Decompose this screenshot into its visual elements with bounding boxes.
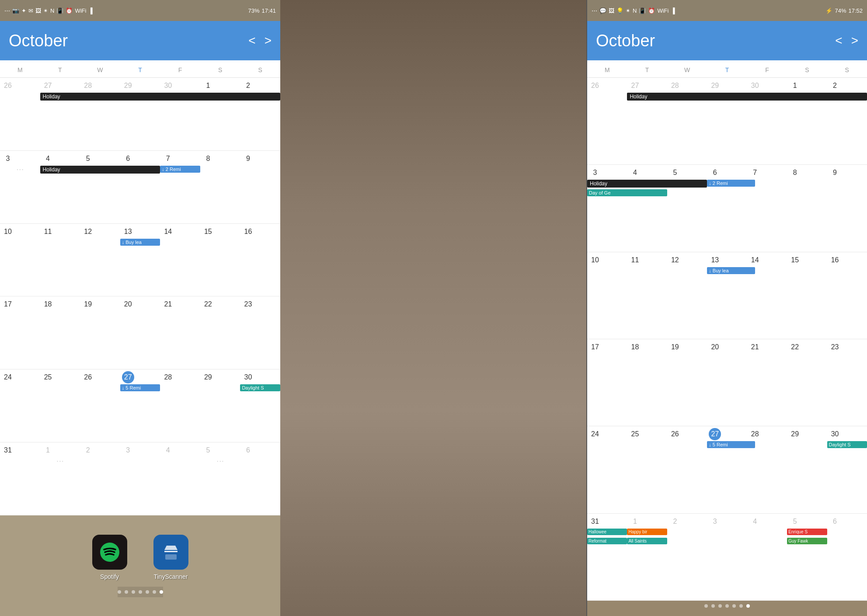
next-month-right[interactable]: >: [851, 34, 858, 48]
day-29b-r[interactable]: 29: [787, 426, 827, 513]
prev-month-left[interactable]: <: [248, 34, 255, 48]
day-6-l[interactable]: 6: [120, 151, 160, 223]
event-holiday-w2-r[interactable]: Holiday: [587, 180, 707, 188]
day-14-l[interactable]: 14: [160, 224, 200, 296]
event-dayofge-r[interactable]: Day of Ge: [587, 189, 667, 196]
day-5nov-l[interactable]: 5 ···: [200, 442, 240, 515]
dot-1-l[interactable]: [118, 590, 121, 594]
day-26-l[interactable]: 26: [0, 78, 40, 150]
day-28-r[interactable]: 28: [667, 78, 707, 164]
prev-month-right[interactable]: <: [835, 34, 842, 48]
day-2oct-l[interactable]: 2: [240, 78, 280, 150]
day-1oct-r[interactable]: 1: [787, 78, 827, 164]
day-16-r[interactable]: 16: [827, 252, 867, 339]
day-4nov-r[interactable]: 4: [747, 514, 787, 600]
day-19-r[interactable]: 19: [667, 339, 707, 426]
day-3-r[interactable]: 3: [587, 165, 627, 251]
day-12-l[interactable]: 12: [80, 224, 120, 296]
next-month-left[interactable]: >: [265, 34, 272, 48]
day-11-r[interactable]: 11: [627, 252, 667, 339]
day-16-l[interactable]: 16: [240, 224, 280, 296]
day-13-r[interactable]: 13: [707, 252, 747, 339]
event-2remi-r[interactable]: ↓ 2 Remi: [707, 180, 755, 187]
day-23-l[interactable]: 23: [240, 296, 280, 369]
day-5-l[interactable]: 5: [80, 151, 120, 223]
day-28-l[interactable]: 28: [160, 369, 200, 442]
day-30b-r[interactable]: 30: [827, 426, 867, 513]
event-reformat-r[interactable]: Reformat: [587, 538, 627, 544]
day-26b-l[interactable]: 26: [80, 369, 120, 442]
day-6nov-r[interactable]: 6: [827, 514, 867, 600]
dot-2-r[interactable]: [711, 604, 715, 608]
day-29-l[interactable]: 29: [120, 78, 160, 150]
day-18-r[interactable]: 18: [627, 339, 667, 426]
event-holiday-w1-r[interactable]: Holiday: [627, 93, 867, 101]
day-2nov-l[interactable]: 2: [80, 442, 120, 515]
day-6-r[interactable]: 6: [707, 165, 747, 251]
day-4-l[interactable]: 4: [40, 151, 80, 223]
event-holiday-w2-l[interactable]: Holiday: [40, 166, 160, 174]
event-daylight-r[interactable]: Daylight S: [827, 441, 867, 448]
day-4nov-l[interactable]: 4: [160, 442, 200, 515]
spotify-app-icon[interactable]: Spotify: [92, 535, 127, 580]
event-5remi-l[interactable]: ↓ 5 Remi: [120, 384, 160, 391]
day-24-l[interactable]: 24: [0, 369, 40, 442]
day-8-r[interactable]: 8: [787, 165, 827, 251]
event-enriques-r[interactable]: Enrique S: [787, 529, 827, 535]
day-10-l[interactable]: 10: [0, 224, 40, 296]
day-28-l[interactable]: 28: [80, 78, 120, 150]
day-9-l[interactable]: 9: [240, 151, 280, 223]
day-31-r[interactable]: 31: [587, 514, 627, 600]
day-30-l[interactable]: 30: [240, 369, 280, 442]
day-27-l[interactable]: 27: [40, 78, 80, 150]
day-22-l[interactable]: 22: [200, 296, 240, 369]
day-9-r[interactable]: 9: [827, 165, 867, 251]
event-buylea-r[interactable]: ↓ Buy lea: [707, 267, 755, 274]
day-25-r[interactable]: 25: [627, 426, 667, 513]
day-15-r[interactable]: 15: [787, 252, 827, 339]
day-22-r[interactable]: 22: [787, 339, 827, 426]
tinyscanner-app-icon[interactable]: TinyScanner: [153, 535, 188, 580]
day-25-l[interactable]: 25: [40, 369, 80, 442]
day-5-r[interactable]: 5: [667, 165, 707, 251]
day-15-l[interactable]: 15: [200, 224, 240, 296]
dot-6-r[interactable]: [739, 604, 743, 608]
day-3nov-r[interactable]: 3: [707, 514, 747, 600]
day-7-r[interactable]: 7: [747, 165, 787, 251]
day-27-today-r[interactable]: 27: [707, 426, 747, 513]
dot-5-r[interactable]: [732, 604, 736, 608]
event-daylight-l[interactable]: Daylight S: [240, 384, 280, 391]
day-6nov-l[interactable]: 6: [240, 442, 280, 515]
nav-arrows-left[interactable]: < >: [248, 34, 272, 48]
event-buylea-l[interactable]: ↓ Buy lea: [120, 239, 160, 246]
day-24-r[interactable]: 24: [587, 426, 627, 513]
day-2oct-r[interactable]: 2: [827, 78, 867, 164]
day-31-l[interactable]: 31: [0, 442, 40, 515]
event-allsaints-r[interactable]: All Saints: [627, 538, 667, 544]
dot-2-l[interactable]: [125, 590, 128, 594]
dot-7-r[interactable]: [746, 604, 750, 608]
day-21-l[interactable]: 21: [160, 296, 200, 369]
day-26b-r[interactable]: 26: [667, 426, 707, 513]
event-happybir-r[interactable]: Happy bir: [627, 529, 667, 535]
dot-5-l[interactable]: [146, 590, 149, 594]
day-11-l[interactable]: 11: [40, 224, 80, 296]
dot-4-l[interactable]: [139, 590, 142, 594]
event-5remi-r[interactable]: ↓ 5 Remi: [707, 441, 755, 448]
day-13-l[interactable]: 13: [120, 224, 160, 296]
day-5nov-r[interactable]: 5: [787, 514, 827, 600]
day-17-l[interactable]: 17: [0, 296, 40, 369]
day-18-l[interactable]: 18: [40, 296, 80, 369]
dot-6-l[interactable]: [153, 590, 156, 594]
day-29-l[interactable]: 29: [200, 369, 240, 442]
day-30-r[interactable]: 30: [747, 78, 787, 164]
day-7-l[interactable]: 7: [160, 151, 200, 223]
day-12-r[interactable]: 12: [667, 252, 707, 339]
day-19-l[interactable]: 19: [80, 296, 120, 369]
day-29-r[interactable]: 29: [707, 78, 747, 164]
day-30-l[interactable]: 30: [160, 78, 200, 150]
dot-4-r[interactable]: [725, 604, 729, 608]
day-20-r[interactable]: 20: [707, 339, 747, 426]
day-27-r[interactable]: 27: [627, 78, 667, 164]
dot-7-l[interactable]: [160, 590, 163, 594]
